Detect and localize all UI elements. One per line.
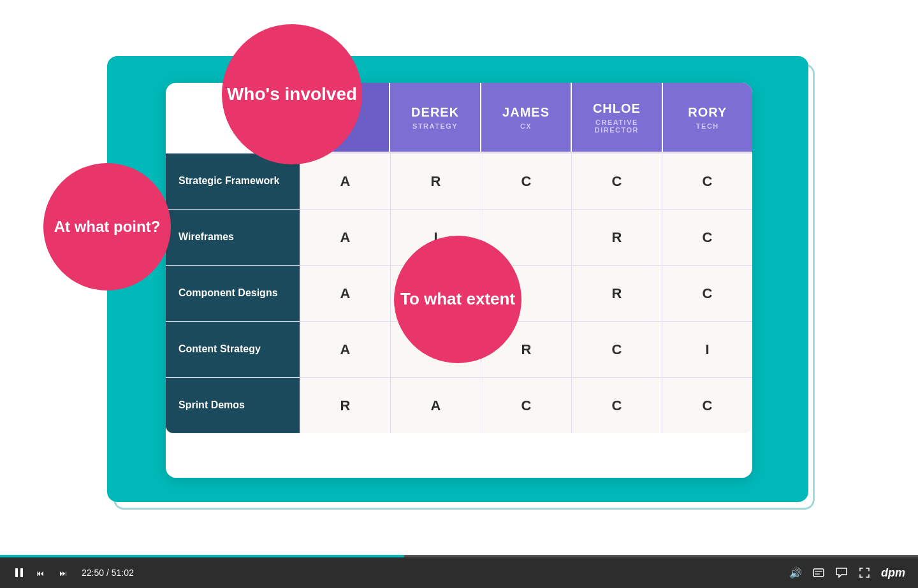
row-label-text-strategic: Strategic Framework [178,175,279,188]
data-cell-1-0: A [300,210,390,265]
header-role-james: CX [520,122,532,130]
row-label-text-wireframes: Wireframes [178,231,234,244]
header-cell-derek: DEREK STRATEGY [389,83,479,153]
header-cell-chloe: CHLOE CREATIVE DIRECTOR [571,83,661,153]
data-cell-0-0: A [300,154,390,209]
table-row: Strategic Framework A R C C C [166,153,752,209]
header-name-derek: DEREK [411,105,459,120]
whos-involved-circle: Who's involved [222,24,362,164]
svg-rect-4 [813,569,824,577]
data-cell-0-1: R [390,154,481,209]
data-cell-1-4: C [662,210,752,265]
slide-container: N PM DEREK STRATEGY JAMES CX CHLOE CREAT… [0,0,918,557]
data-cell-4-0: R [300,378,390,433]
row-label-component: Component Designs [166,266,300,321]
data-cell-1-3: R [571,210,662,265]
fullscreen-icon[interactable] [858,566,871,579]
data-cell-0-3: C [571,154,662,209]
volume-icon[interactable]: 🔊 [789,566,802,579]
svg-text:⏮: ⏮ [36,569,44,578]
svg-rect-0 [15,568,18,577]
to-what-extent-circle: To what extent [394,236,521,363]
rewind-button[interactable]: ⏮ [36,566,48,579]
table-row: Sprint Demos R A C C C [166,377,752,433]
header-role-derek: STRATEGY [412,122,458,130]
svg-text:⏭: ⏭ [59,569,67,578]
header-name-james: JAMES [502,105,550,120]
row-label-text-component: Component Designs [178,287,278,300]
row-label-wireframes: Wireframes [166,210,300,265]
header-role-rory: TECH [696,122,719,130]
dpm-logo: dpm [881,566,905,580]
data-cell-2-3: R [571,266,662,321]
whos-involved-text: Who's involved [227,83,357,105]
data-cell-3-0: A [300,322,390,377]
at-what-point-text: At what point? [54,218,161,236]
data-cell-2-4: C [662,266,752,321]
data-cell-0-4: C [662,154,752,209]
bottom-bar: ⏮ ⏭ 22:50 / 51:02 🔊 [0,557,918,588]
header-name-chloe: CHLOE [593,101,641,116]
data-cell-4-2: C [481,378,571,433]
data-cell-3-4: I [662,322,752,377]
svg-rect-1 [20,568,23,577]
row-label-text-sprint: Sprint Demos [178,399,245,412]
chat-icon[interactable] [835,566,848,579]
to-what-extent-text: To what extent [400,289,515,309]
header-name-rory: RORY [688,105,727,120]
header-cell-rory: RORY TECH [662,83,752,153]
header-role-chloe: CREATIVE DIRECTOR [577,118,656,134]
bottom-bar-right: 🔊 dpm [789,566,905,580]
data-cell-3-3: C [571,322,662,377]
data-cell-4-3: C [571,378,662,433]
row-label-sprint: Sprint Demos [166,378,300,433]
pause-button[interactable] [13,566,26,579]
row-label-content: Content Strategy [166,322,300,377]
bottom-bar-left: ⏮ ⏭ 22:50 / 51:02 [13,566,134,579]
data-cell-2-0: A [300,266,390,321]
subtitles-icon[interactable] [812,566,825,579]
data-cell-0-2: C [481,154,571,209]
row-label-text-content: Content Strategy [178,343,261,356]
time-display: 22:50 / 51:02 [82,568,134,578]
data-cell-4-1: A [390,378,481,433]
header-cell-james: JAMES CX [480,83,571,153]
at-what-point-circle: At what point? [43,163,171,290]
data-cell-4-4: C [662,378,752,433]
forward-button[interactable]: ⏭ [59,566,71,579]
